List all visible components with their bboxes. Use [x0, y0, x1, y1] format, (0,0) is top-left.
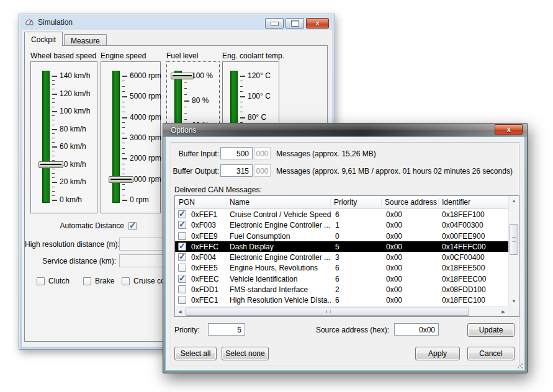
table-row[interactable]: 0xFEF1Cruise Control / Vehicle Speed60x0…	[175, 209, 508, 220]
clutch-checkbox[interactable]	[37, 277, 45, 285]
slider-tick-label: 0 km/h	[60, 195, 82, 204]
buffer-input-field[interactable]: 500	[220, 147, 253, 159]
slider-label: Fuel level	[166, 51, 220, 61]
automatic-distance-checkbox[interactable]	[128, 222, 137, 230]
slider-label: Engine speed	[101, 51, 161, 61]
slider-tick-mark	[122, 184, 125, 185]
table-row[interactable]: 0xFEECVehicle Identification60x000x18FEE…	[175, 274, 508, 284]
slider-tick-mark	[240, 107, 243, 107]
column-header-priority[interactable]: Priority	[334, 198, 357, 207]
row-checkbox[interactable]	[178, 285, 186, 293]
resize-grip[interactable]	[517, 363, 523, 369]
slider-thumb[interactable]	[171, 73, 194, 79]
table-body: 0xFEF1Cruise Control / Vehicle Speed60x0…	[175, 209, 508, 306]
slider-tick-label: 120 km/h	[60, 89, 90, 98]
apply-button[interactable]: Apply	[415, 347, 460, 360]
row-checkbox[interactable]	[178, 210, 186, 218]
cancel-button[interactable]: Cancel	[467, 347, 515, 360]
slider-track[interactable]	[42, 71, 50, 203]
cell-source: 0x00	[386, 243, 439, 251]
slider-track[interactable]	[112, 71, 120, 203]
cell-name: Vehicle Identification	[230, 275, 331, 283]
slider-panel[interactable]: 140 km/h120 km/h100 km/h80 km/h60 km/h40…	[30, 61, 97, 213]
column-header-identifier[interactable]: Identifier	[442, 198, 470, 207]
scroll-down-icon[interactable]: ▼	[509, 296, 519, 306]
slider-tick-label: 100° C	[248, 92, 271, 100]
slider-tick-mark	[240, 117, 245, 118]
vertical-scrollbar[interactable]: ▲ ▼	[508, 196, 519, 306]
row-checkbox[interactable]	[178, 296, 186, 304]
slider-tick-label: 60 km/h	[60, 142, 86, 151]
slider-thumb[interactable]	[109, 176, 133, 183]
minimize-button[interactable]	[265, 18, 284, 29]
row-checkbox[interactable]	[178, 253, 186, 261]
slider-tick-mark	[52, 182, 57, 183]
source-address-field[interactable]: 0x00	[394, 323, 439, 336]
slider-tick-label: 80 km/h	[60, 125, 86, 133]
cell-identifier: 0x04F00300	[442, 221, 506, 229]
tab-measure[interactable]: Measure	[64, 34, 107, 46]
slider-tick-mark	[52, 151, 55, 151]
table-row[interactable]: 0xF004Electronic Engine Controller ...30…	[175, 252, 508, 262]
horizontal-scrollbar[interactable]: ◀ ▶	[175, 306, 508, 316]
close-button[interactable]: x	[495, 124, 523, 135]
scroll-up-icon[interactable]: ▲	[509, 196, 519, 206]
buffer-output-field[interactable]: 315	[220, 164, 253, 177]
slider-tick-mark	[52, 80, 55, 81]
slider-tick-mark	[122, 200, 127, 201]
column-separator	[381, 198, 382, 207]
slider-tick-mark	[122, 138, 127, 139]
row-checkbox[interactable]	[178, 221, 186, 229]
update-button[interactable]: Update	[467, 323, 515, 337]
slider-tick-mark	[52, 89, 55, 89]
slider-tick-label: 100 %	[192, 71, 213, 80]
row-checkbox[interactable]	[178, 243, 186, 251]
table-row[interactable]: 0xFDD1FMS-standard Interface20x000x08FDD…	[175, 284, 508, 295]
table-row[interactable]: 0xF003Electronic Engine Controller ...10…	[175, 220, 508, 230]
vertical-scrollbar-thumb[interactable]	[510, 224, 518, 255]
select-all-button[interactable]: Select all	[174, 347, 217, 360]
cell-pgn: 0xFEE5	[191, 264, 226, 272]
scroll-right-icon[interactable]: ▶	[498, 307, 508, 316]
table-header[interactable]: PGNNamePrioritySource addressIdentifier	[175, 196, 508, 209]
column-header-pgn[interactable]: PGN	[179, 198, 195, 207]
slider-tick-label: 120° C	[248, 71, 271, 80]
cell-identifier: 0x18FEE500	[442, 264, 506, 272]
row-checkbox[interactable]	[178, 264, 186, 272]
table-row[interactable]: 0xFEE9Fuel Consumption00x000x00FEE900	[175, 231, 508, 241]
slider-label: Eng. coolant temp.	[222, 51, 279, 61]
slider-tick-label: 100 km/h	[60, 107, 90, 115]
options-titlebar[interactable]: Options	[163, 123, 527, 137]
slider-tick-mark	[52, 191, 55, 192]
priority-field[interactable]: 5	[208, 323, 245, 336]
select-none-button[interactable]: Select none	[222, 347, 269, 360]
cruise-control-checkbox[interactable]	[122, 277, 130, 285]
scroll-left-icon[interactable]: ◀	[175, 307, 185, 316]
tab-cockpit[interactable]: Cockpit	[24, 32, 63, 46]
column-header-source-address[interactable]: Source address	[385, 198, 437, 207]
brake-checkbox[interactable]	[83, 277, 91, 285]
row-checkbox[interactable]	[178, 275, 186, 283]
row-checkbox[interactable]	[178, 232, 186, 240]
slider-tick-mark	[240, 102, 243, 102]
table-row[interactable]: 0xFEE5Engine Hours, Revolutions60x000x18…	[175, 262, 508, 273]
close-button[interactable]: x	[306, 18, 329, 29]
cell-identifier: 0x18FEF100	[442, 210, 506, 219]
simulation-titlebar[interactable]: Simulation x	[19, 14, 335, 30]
cell-name: Fuel Consumption	[230, 232, 331, 241]
cell-pgn: 0xFEF1	[191, 210, 226, 219]
slider-tick-label: 40 km/h	[60, 160, 86, 169]
slider-tick-mark	[122, 195, 125, 195]
slider-panel[interactable]: 6000 rpm5000 rpm4000 rpm3000 rpm2000 rpm…	[101, 61, 161, 213]
slider-thumb[interactable]	[38, 161, 63, 168]
table-row[interactable]: 0xFEC1High Resolution Vehicle Dista...60…	[175, 295, 508, 305]
horizontal-scrollbar-thumb[interactable]	[186, 308, 469, 316]
table-row[interactable]: 0xFEFCDash Display50x000x14FEFC00	[175, 241, 508, 252]
slider-tick-mark	[122, 153, 125, 154]
scrollbar-corner	[508, 306, 519, 316]
buffer-input-label: Buffer Input:	[166, 149, 219, 158]
buffer-output-info: Messages (approx. 9,61 MB / approx. 01 h…	[276, 167, 513, 176]
slider-tick-label: 20 km/h	[60, 177, 86, 186]
column-header-name[interactable]: Name	[230, 198, 250, 207]
maximize-button[interactable]	[285, 18, 304, 29]
